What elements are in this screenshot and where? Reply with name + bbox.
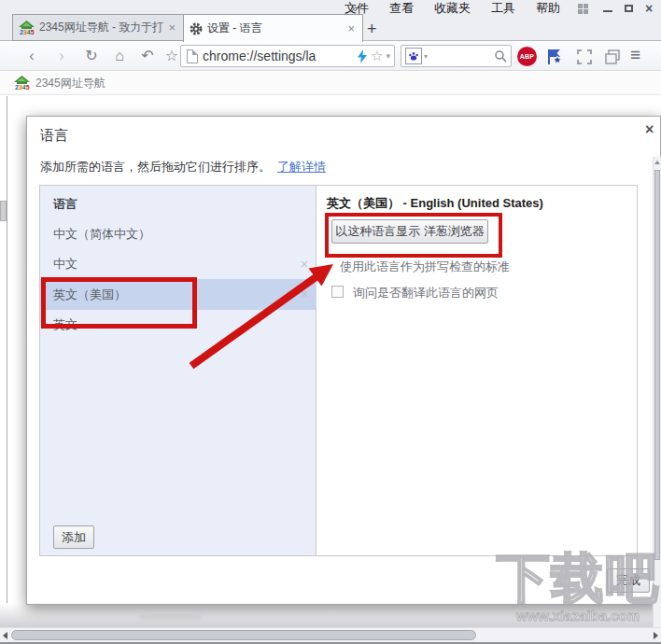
language-row-zh[interactable]: 中文 ×: [40, 249, 316, 279]
new-tab-button[interactable]: +: [367, 20, 377, 39]
remove-language-icon[interactable]: ×: [301, 279, 308, 310]
2345-logo-icon: 2345: [19, 21, 35, 35]
search-box[interactable]: ▾: [401, 45, 512, 67]
forward-icon[interactable]: ›: [52, 46, 71, 66]
home-icon[interactable]: ⌂: [110, 46, 129, 66]
tab-settings-language[interactable]: 设置 - 语言 ×: [183, 14, 363, 42]
favorite-star-icon[interactable]: ☆: [162, 46, 181, 66]
url-dropdown-caret-icon[interactable]: ▾: [386, 51, 390, 61]
page-left-scrollbar-track: [7, 96, 7, 605]
navigation-toolbar: ‹ › ↻ ⌂ ↶ ☆ chrome://settings/la ☆ ▾: [0, 42, 661, 71]
maximize-button[interactable]: [618, 2, 639, 16]
url-text[interactable]: chrome://settings/la: [203, 49, 355, 63]
window-restore-icon[interactable]: [603, 48, 622, 66]
background-page-text-blur: [140, 615, 202, 622]
bookmarks-bar: 2345 2345网址导航: [0, 72, 661, 95]
page-bottom-gradient: [0, 603, 661, 627]
browser-menu-icon[interactable]: ≡: [630, 45, 640, 65]
page-icon: [187, 49, 198, 63]
remove-language-icon[interactable]: ×: [301, 249, 308, 279]
dialog-subtitle: 添加所需的语言，然后拖动它们进行排序。了解详情: [40, 159, 326, 175]
menu-view[interactable]: 查看: [379, 0, 424, 18]
language-row-label: 中文: [53, 257, 77, 271]
annotation-red-box-button: [325, 213, 502, 258]
tab-close-icon[interactable]: ×: [166, 21, 177, 34]
translate-checkbox[interactable]: [331, 286, 344, 298]
search-input[interactable]: [428, 49, 494, 63]
search-engine-paw-icon[interactable]: [405, 48, 422, 64]
minimize-button[interactable]: [598, 2, 618, 16]
language-list-pane: 语言 中文（简体中文） 中文 × 英文（美国） × 英文 添加: [40, 186, 316, 555]
browser-window: » 文件 查看 收藏夹 工具 帮助 × 2345 2345网址导航 - 致力于打…: [0, 0, 661, 644]
annotation-red-box-list: [41, 277, 197, 329]
menu-bar: 文件 查看 收藏夹 工具 帮助 ×: [334, 0, 659, 17]
back-icon[interactable]: ‹: [22, 46, 41, 66]
learn-more-link[interactable]: 了解详情: [277, 160, 326, 174]
lightning-bolt-icon[interactable]: [357, 49, 368, 63]
tab-title: 设置 - 语言: [207, 21, 343, 36]
adblock-plus-icon[interactable]: ABP: [517, 47, 537, 66]
undo-icon[interactable]: ↶: [138, 46, 157, 66]
subtitle-text: 添加所需的语言，然后拖动它们进行排序。: [40, 160, 271, 174]
reload-icon[interactable]: ↻: [82, 46, 101, 66]
bookmark-star-icon[interactable]: ☆: [371, 48, 383, 64]
tab-2345-homepage[interactable]: 2345 2345网址导航 - 致力于打 ×: [12, 14, 184, 41]
scroll-left-icon[interactable]: [3, 632, 7, 639]
page-left-scrollbar-thumb[interactable]: [0, 201, 7, 221]
fullscreen-icon[interactable]: [575, 48, 594, 66]
menu-tools[interactable]: 工具: [481, 0, 526, 18]
scroll-up-icon[interactable]: [654, 161, 660, 164]
scroll-right-icon[interactable]: [654, 632, 658, 639]
svg-text:2345: 2345: [20, 29, 35, 35]
horizontal-scrollbar-thumb[interactable]: [11, 630, 476, 640]
language-settings-dialog: 语言 × 添加所需的语言，然后拖动它们进行排序。了解详情 语言 中文（简体中文）…: [26, 116, 661, 605]
address-bar[interactable]: chrome://settings/la ☆ ▾: [180, 45, 395, 67]
language-row-zh-hans[interactable]: 中文（简体中文）: [40, 219, 316, 249]
language-detail-heading: 英文（美国） - English (United States): [327, 195, 543, 212]
vertical-scrollbar[interactable]: [653, 157, 661, 627]
vertical-scrollbar-thumb[interactable]: [654, 170, 660, 560]
spellcheck-note: 使用此语言作为拼写检查的标准: [340, 259, 510, 275]
title-tab-bar: » 文件 查看 收藏夹 工具 帮助 × 2345 2345网址导航 - 致力于打…: [0, 0, 661, 41]
bookmark-item-2345[interactable]: 2345网址导航: [35, 76, 105, 91]
gear-icon: [190, 22, 203, 35]
tab-title: 2345网址导航 - 致力于打: [39, 20, 163, 35]
svg-text:2345: 2345: [15, 84, 30, 91]
dialog-title: 语言: [40, 127, 68, 145]
flag-star-extension-icon[interactable]: [545, 48, 564, 66]
translate-checkbox-label: 询问是否翻译此语言的网页: [353, 285, 499, 301]
dialog-close-icon[interactable]: ×: [643, 119, 655, 140]
add-language-button[interactable]: 添加: [53, 525, 94, 549]
done-button[interactable]: 完成: [607, 568, 650, 593]
search-icon[interactable]: [494, 49, 507, 63]
language-list-header: 语言: [53, 196, 77, 213]
window-close-button[interactable]: ×: [639, 2, 659, 16]
language-box: 语言 中文（简体中文） 中文 × 英文（美国） × 英文 添加 英文（美国） -…: [39, 185, 638, 556]
menu-favorites[interactable]: 收藏夹: [424, 0, 481, 18]
2345-logo-icon: 2345: [14, 76, 30, 91]
tab-close-icon[interactable]: ×: [345, 22, 357, 35]
language-row-label: 中文（简体中文）: [53, 227, 150, 241]
menu-help[interactable]: 帮助: [526, 0, 570, 18]
horizontal-scrollbar[interactable]: [0, 627, 661, 642]
app-grid-icon[interactable]: [578, 4, 588, 14]
